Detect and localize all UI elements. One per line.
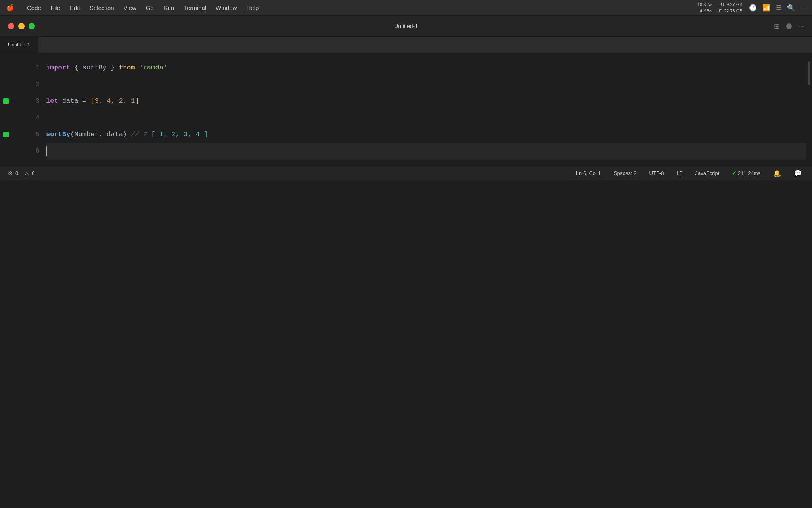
more-icon[interactable]: ···: [801, 4, 806, 12]
editor-body[interactable]: 1 2 3 4 5 6 import { sortBy } from 'ramd…: [0, 53, 812, 166]
token-comma-3: ,: [123, 93, 131, 110]
more-actions-icon[interactable]: ···: [798, 22, 804, 30]
code-line-3: let data = [ 3 , 4 , 2 , 1 ]: [46, 93, 806, 110]
warning-count-value: 0: [32, 170, 34, 176]
scrollbar-thumb[interactable]: [808, 61, 810, 85]
token-from: from: [119, 60, 135, 76]
encoding[interactable]: UTF-8: [647, 169, 666, 177]
spotlight-icon[interactable]: 🔍: [787, 4, 795, 12]
token-string-ramda: 'ramda': [139, 60, 167, 76]
code-area[interactable]: import { sortBy } from 'ramda' let data …: [40, 53, 806, 166]
language-mode[interactable]: JavaScript: [693, 169, 722, 177]
line-num-3: 3: [12, 93, 40, 110]
status-left: ⊗ 0 △ 0: [8, 170, 34, 177]
cursor-position[interactable]: Ln 6, Col 1: [574, 169, 603, 177]
menu-view[interactable]: View: [119, 3, 141, 13]
token-data-assign: data =: [58, 93, 91, 110]
menubar: 🍎 Code File Edit Selection View Go Run T…: [0, 0, 812, 16]
titlebar-right: ⊞ ···: [774, 22, 804, 31]
token-let: let: [46, 93, 58, 110]
token-bracket-close: ]: [135, 93, 139, 110]
menu-terminal[interactable]: Terminal: [179, 3, 211, 13]
line-num-6: 6: [12, 143, 40, 160]
storage-stats: U: 9.27 GB F: 22.73 GB: [719, 2, 742, 14]
token-sortby-call: sortBy: [46, 126, 70, 143]
titlebar: Untitled-1 ⊞ ···: [0, 16, 812, 37]
menu-items: Code File Edit Selection View Go Run Ter…: [22, 3, 697, 13]
token-brace-open: {: [70, 60, 82, 76]
code-line-6: [46, 143, 806, 160]
token-sortby: sortBy: [82, 60, 107, 76]
indicator-1: [0, 60, 12, 76]
menu-help[interactable]: Help: [241, 3, 263, 13]
menu-file[interactable]: File: [46, 3, 65, 13]
storage-f: F: 22.73 GB: [719, 8, 742, 14]
menubar-icons: 🕐 📶 ☰ 🔍 ···: [749, 4, 806, 12]
code-line-2: [46, 76, 806, 93]
editor-wrapper: Untitled-1 1 2 3 4 5 6: [0, 37, 812, 166]
token-brace-close: }: [107, 60, 119, 76]
token-num-1: 1: [131, 93, 135, 110]
statusbar: ⊗ 0 △ 0 Ln 6, Col 1 Spaces: 2 UTF-8 LF J…: [0, 166, 812, 180]
line-num-1: 1: [12, 60, 40, 76]
notification-icon[interactable]: 💬: [791, 169, 804, 178]
indicator-5: [0, 126, 12, 143]
token-number-fn: Number: [74, 126, 98, 143]
line-indicators: [0, 53, 12, 166]
token-args: , data): [99, 126, 131, 143]
net-stats: 10 KB/s 4 KB/s: [697, 2, 713, 14]
line-num-5: 5: [12, 126, 40, 143]
status-right: Ln 6, Col 1 Spaces: 2 UTF-8 LF JavaScrip…: [574, 169, 804, 178]
token-result: [ 1, 2, 3, 4 ]: [151, 126, 208, 143]
menu-window[interactable]: Window: [211, 3, 241, 13]
menu-go[interactable]: Go: [141, 3, 159, 13]
net-up: 10 KB/s: [697, 2, 713, 8]
token-import: import: [46, 60, 70, 76]
storage-u: U: 9.27 GB: [721, 2, 742, 8]
menu-run[interactable]: Run: [159, 3, 179, 13]
indentation[interactable]: Spaces: 2: [611, 169, 639, 177]
code-line-1: import { sortBy } from 'ramda': [46, 60, 806, 76]
error-icon: ⊗: [8, 170, 13, 177]
error-count[interactable]: ⊗ 0: [8, 170, 18, 177]
line-ending[interactable]: LF: [674, 169, 685, 177]
wifi-icon[interactable]: 📶: [762, 4, 770, 12]
token-num-2: 2: [119, 93, 123, 110]
minimize-button[interactable]: [18, 23, 25, 29]
window-title: Untitled-1: [394, 23, 418, 29]
dirty-indicator: [786, 23, 792, 29]
error-count-value: 0: [15, 170, 18, 176]
line-numbers: 1 2 3 4 5 6: [12, 53, 40, 166]
tab-bar: Untitled-1: [0, 37, 812, 53]
scrollbar-track[interactable]: [806, 53, 812, 166]
menu-code[interactable]: Code: [22, 3, 46, 13]
traffic-lights: [8, 23, 35, 29]
editor-tab[interactable]: Untitled-1: [0, 36, 38, 53]
menubar-right: 10 KB/s 4 KB/s U: 9.27 GB F: 22.73 GB 🕐 …: [697, 2, 806, 14]
breakpoint-5[interactable]: [3, 132, 9, 137]
maximize-button[interactable]: [29, 23, 35, 29]
apple-logo-icon[interactable]: 🍎: [6, 4, 14, 12]
indicator-3: [0, 93, 12, 110]
warning-icon: △: [25, 170, 29, 177]
menu-selection[interactable]: Selection: [85, 3, 119, 13]
code-line-4: [46, 110, 806, 126]
token-paren-open: (: [70, 126, 74, 143]
time-icon[interactable]: 🕐: [749, 4, 757, 12]
close-button[interactable]: [8, 23, 14, 29]
line-num-2: 2: [12, 76, 40, 93]
menu-edit[interactable]: Edit: [65, 3, 85, 13]
indicator-2: [0, 76, 12, 93]
token-comma-2: ,: [111, 93, 119, 110]
token-comma-1: ,: [99, 93, 107, 110]
warning-count[interactable]: △ 0: [25, 170, 34, 177]
net-down: 4 KB/s: [700, 8, 712, 14]
token-bracket-open: [: [90, 93, 94, 110]
split-editor-icon[interactable]: ⊞: [774, 22, 780, 31]
control-center-icon[interactable]: ☰: [776, 4, 781, 12]
line-num-4: 4: [12, 110, 40, 126]
quokka-status[interactable]: ✔ 211.24ms: [730, 169, 763, 177]
token-space: [135, 60, 139, 76]
feedback-icon[interactable]: 🔔: [771, 169, 783, 178]
breakpoint-3[interactable]: [3, 98, 9, 104]
